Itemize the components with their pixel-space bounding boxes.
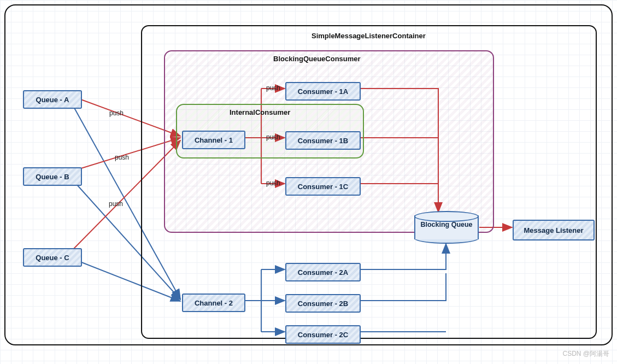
blocking-queue-label: Blocking Queue (414, 221, 479, 228)
push-label-qc: push (109, 200, 123, 208)
channel-2: Channel - 2 (182, 293, 245, 312)
blocking-queue: Blocking Queue (414, 211, 479, 244)
consumer-2b: Consumer - 2B (285, 294, 361, 313)
consumer-2b-label: Consumer - 2B (298, 300, 348, 308)
consumer-1a-label: Consumer - 1A (298, 87, 348, 96)
consumer-2a-label: Consumer - 2A (298, 268, 348, 277)
consumer-1b-label: Consumer - 1B (298, 137, 348, 145)
queue-c: Queue - C (23, 248, 82, 267)
cylinder-top (414, 211, 479, 222)
consumer-1a: Consumer - 1A (285, 82, 361, 101)
message-listener: Message Listener (513, 220, 595, 240)
consumer-2c-label: Consumer - 2C (298, 331, 348, 339)
queue-c-label: Queue - C (36, 254, 69, 262)
message-listener-label: Message Listener (524, 226, 583, 234)
diagram-stage: SimpleMessageListenerContainer BlockingQ… (0, 0, 617, 364)
consumer-1c-label: Consumer - 1C (298, 183, 348, 191)
label-smlc: SimpleMessageListenerContainer (312, 32, 426, 40)
push-label-1a: push (266, 84, 280, 92)
channel-1: Channel - 1 (182, 131, 245, 149)
consumer-1c: Consumer - 1C (285, 177, 361, 196)
queue-b-label: Queue - B (36, 173, 69, 181)
label-intc: InternalConsumer (230, 108, 290, 116)
watermark: CSDN @阿湯哥 (562, 349, 609, 359)
label-bqc: BlockingQueueConsumer (273, 55, 361, 63)
channel-1-label: Channel - 1 (195, 136, 233, 144)
consumer-1b: Consumer - 1B (285, 131, 361, 150)
push-label-qa: push (109, 109, 124, 117)
push-label-qb: push (115, 154, 129, 161)
push-label-1c: push (266, 179, 280, 187)
push-label-1b: push (266, 133, 280, 141)
queue-b: Queue - B (23, 167, 82, 186)
channel-2-label: Channel - 2 (195, 299, 233, 307)
queue-a: Queue - A (23, 90, 82, 109)
queue-a-label: Queue - A (36, 96, 69, 104)
consumer-2a: Consumer - 2A (285, 263, 361, 281)
consumer-2c: Consumer - 2C (285, 325, 361, 344)
